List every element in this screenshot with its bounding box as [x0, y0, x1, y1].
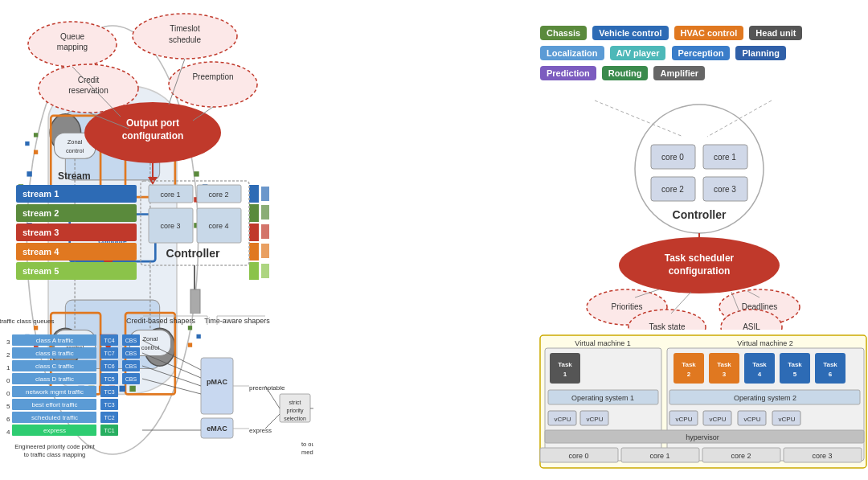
tag-amplifier: Amplifier	[653, 66, 705, 80]
svg-text:5: 5	[6, 403, 10, 410]
svg-text:CBS: CBS	[125, 376, 137, 382]
svg-text:TC3: TC3	[104, 389, 114, 395]
svg-text:core 2: core 2	[208, 191, 228, 199]
svg-text:class D traffic: class D traffic	[35, 375, 74, 383]
svg-rect-119	[190, 289, 200, 314]
output-port-svg: Queue mapping Timeslot schedule Credit r…	[0, 8, 313, 314]
svg-text:reservation: reservation	[68, 86, 108, 95]
svg-text:class C traffic: class C traffic	[35, 363, 74, 370]
svg-rect-109	[249, 243, 259, 261]
svg-text:Task scheduler: Task scheduler	[665, 252, 735, 264]
svg-rect-236	[674, 353, 704, 384]
svg-rect-115	[261, 264, 269, 278]
svg-text:schedule: schedule	[169, 35, 201, 44]
svg-text:eMAC: eMAC	[207, 425, 227, 433]
svg-text:TC6: TC6	[104, 363, 114, 369]
svg-text:network mgmt traffic: network mgmt traffic	[26, 388, 84, 396]
tag-planning: Planning	[735, 46, 785, 60]
svg-rect-106	[249, 185, 259, 203]
svg-text:Stream: Stream	[58, 170, 91, 182]
svg-text:CBS: CBS	[125, 363, 137, 369]
svg-text:Timeslot: Timeslot	[170, 24, 200, 33]
svg-text:Priorities: Priorities	[612, 302, 643, 311]
svg-rect-239	[709, 353, 739, 384]
svg-rect-248	[815, 353, 845, 384]
tag-vehicle-control: Vehicle control	[592, 26, 668, 40]
svg-text:core 3: core 3	[160, 222, 180, 230]
svg-text:core 3: core 3	[714, 185, 736, 194]
svg-text:preemptable: preemptable	[249, 384, 285, 392]
svg-text:class A traffic: class A traffic	[36, 337, 74, 344]
tag-localization: Localization	[540, 46, 604, 60]
svg-text:core 2: core 2	[731, 452, 751, 460]
svg-point-76	[169, 62, 257, 107]
svg-text:vCPU: vCPU	[744, 416, 761, 423]
svg-text:vCPU: vCPU	[555, 416, 571, 423]
svg-rect-108	[249, 224, 259, 241]
tag-prediction: Prediction	[540, 66, 596, 80]
svg-text:TC5: TC5	[104, 376, 114, 382]
svg-line-184	[142, 379, 201, 394]
svg-text:core 1: core 1	[649, 452, 669, 460]
svg-rect-233	[550, 353, 580, 384]
svg-text:Output port: Output port	[126, 117, 179, 129]
svg-text:Controller: Controller	[166, 247, 220, 260]
svg-text:hypervisor: hypervisor	[686, 433, 719, 441]
svg-text:vCPU: vCPU	[779, 416, 796, 423]
svg-text:priority: priority	[286, 408, 304, 414]
svg-line-199	[595, 101, 683, 137]
svg-text:CBS: CBS	[125, 338, 137, 343]
svg-text:6: 6	[6, 416, 10, 423]
svg-text:1: 1	[6, 364, 10, 371]
tag-av-player: A/V player	[610, 46, 666, 60]
traffic-svg: Credit-based shapers Time-aware shapers …	[0, 314, 313, 480]
svg-text:CBS: CBS	[125, 351, 137, 356]
tag-perception: Perception	[672, 46, 731, 60]
svg-text:express: express	[43, 427, 66, 434]
svg-text:8 traffic class queues: 8 traffic class queues	[0, 318, 55, 325]
svg-text:0: 0	[6, 377, 10, 384]
svg-text:to traffic class mapping: to traffic class mapping	[24, 451, 86, 458]
svg-text:3: 3	[6, 338, 10, 346]
tag-routing: Routing	[602, 66, 649, 80]
svg-text:scheduled traffic: scheduled traffic	[31, 414, 78, 421]
svg-text:core 0: core 0	[568, 452, 588, 460]
svg-text:TC3: TC3	[104, 402, 114, 408]
svg-text:Operating system 2: Operating system 2	[734, 394, 796, 402]
svg-text:selection: selection	[284, 416, 306, 421]
svg-text:mapping: mapping	[57, 43, 88, 51]
svg-text:core 4: core 4	[208, 222, 228, 230]
svg-text:Virtual machine 2: Virtual machine 2	[737, 339, 792, 347]
svg-text:2: 2	[687, 371, 691, 378]
svg-text:to output: to output	[301, 441, 313, 448]
svg-text:Time-aware shapers: Time-aware shapers	[204, 317, 270, 325]
svg-rect-111	[261, 187, 269, 201]
svg-text:4: 4	[6, 429, 10, 436]
svg-text:3: 3	[723, 371, 727, 378]
svg-text:Credit-based shapers: Credit-based shapers	[126, 317, 196, 325]
svg-rect-107	[249, 204, 259, 222]
svg-text:Engineered priority code point: Engineered priority code point	[14, 443, 96, 450]
tag-chassis: Chassis	[540, 26, 587, 40]
svg-text:core 1: core 1	[714, 153, 736, 162]
svg-text:medium: medium	[301, 449, 313, 456]
svg-rect-112	[261, 205, 269, 219]
svg-text:best effort traffic: best effort traffic	[31, 401, 77, 408]
svg-text:configuration: configuration	[669, 265, 731, 277]
svg-text:Task state: Task state	[649, 322, 685, 330]
vm-area: Virtual machine 1 Virtual machine 2 Task…	[538, 334, 868, 478]
svg-text:TC1: TC1	[104, 428, 114, 433]
svg-text:TC4: TC4	[104, 338, 114, 343]
svg-text:0: 0	[6, 390, 10, 397]
svg-text:ASIL: ASIL	[743, 322, 760, 330]
svg-text:class B traffic: class B traffic	[35, 350, 73, 357]
svg-rect-242	[744, 353, 775, 384]
svg-text:configuration: configuration	[122, 130, 184, 142]
svg-text:Controller: Controller	[673, 208, 727, 221]
svg-text:5: 5	[793, 371, 797, 378]
svg-text:core 2: core 2	[661, 185, 684, 194]
svg-text:1: 1	[563, 371, 567, 378]
svg-text:express: express	[249, 427, 272, 434]
svg-text:Virtual machine 1: Virtual machine 1	[575, 339, 630, 347]
svg-rect-245	[780, 353, 810, 384]
